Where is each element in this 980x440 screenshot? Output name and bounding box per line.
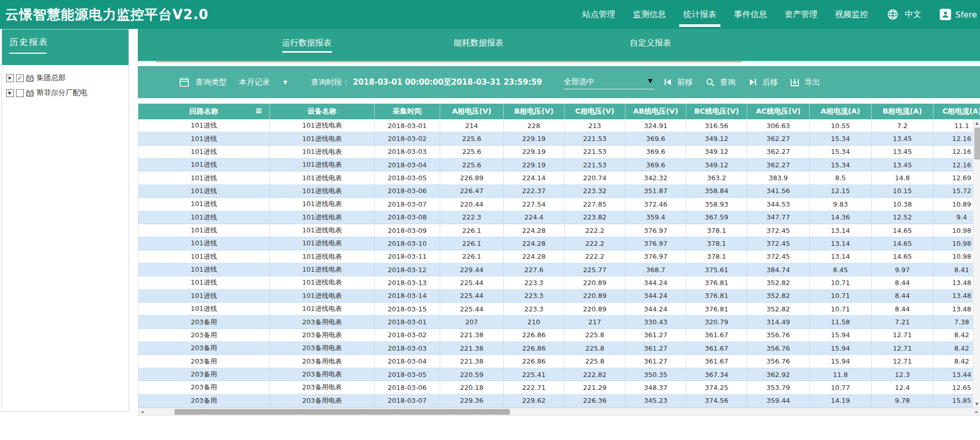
move-prev-button[interactable]: 前移 — [664, 77, 693, 87]
column-menu-icon[interactable]: ≡ — [255, 106, 262, 116]
table-row[interactable]: 101进线 101进线电表 2018-03-02 225.6 229.19 22… — [138, 132, 980, 145]
scroll-up-icon[interactable]: ▲ — [973, 119, 980, 127]
nav-item-statistics-report[interactable]: 统计报表 — [683, 0, 716, 29]
cell-phase-a-voltage: 226.89 — [440, 171, 504, 184]
cell-collect-time: 2018-03-01 — [375, 316, 440, 328]
cell-phase-b-current: 7.2 — [872, 119, 934, 132]
cell-phase-b-voltage: 222.37 — [504, 185, 565, 197]
vertical-scrollbar-thumb[interactable] — [974, 128, 980, 160]
cell-device-name: 203备用电表 — [270, 355, 375, 367]
table-row[interactable]: 101进线 101进线电表 2018-03-15 225.44 223.3 22… — [138, 303, 980, 316]
horizontal-scrollbar-thumb[interactable] — [174, 409, 510, 415]
cell-phase-a-current: 12.15 — [810, 185, 872, 197]
cell-phase-a-voltage: 221.38 — [440, 355, 504, 367]
table-row[interactable]: 203备用 203备用电表 2018-03-06 220.18 222.71 2… — [138, 381, 980, 394]
cell-circuit-name: 101进线 — [138, 276, 270, 289]
cell-circuit-name: 101进线 — [138, 263, 270, 276]
table-row[interactable]: 203备用 203备用电表 2018-03-03 221.38 226.86 2… — [138, 342, 980, 355]
cell-phase-b-voltage: 224.28 — [504, 250, 565, 263]
table-row[interactable]: 101进线 101进线电表 2018-03-14 225.44 223.3 22… — [138, 290, 980, 303]
cell-phase-b-current: 12.71 — [872, 355, 934, 367]
cell-phase-c-voltage: 220.89 — [565, 276, 625, 289]
cell-device-name: 203备用电表 — [270, 368, 375, 381]
move-next-button[interactable]: 后移 — [749, 77, 778, 87]
nav-item-monitoring-info[interactable]: 监测信息 — [633, 0, 666, 29]
nav-item-video-surveillance[interactable]: 视频监控 — [835, 0, 868, 29]
table-row[interactable]: 203备用 203备用电表 2018-03-05 220.59 225.41 2… — [138, 368, 980, 381]
scroll-right-icon[interactable]: ► — [973, 408, 980, 415]
expand-icon[interactable] — [6, 74, 14, 82]
nav-item-event-info[interactable]: 事件信息 — [734, 0, 767, 29]
cell-collect-time: 2018-03-01 — [375, 119, 440, 132]
cell-line-bc-voltage: 361.67 — [686, 355, 747, 367]
cell-phase-a-current: 15.94 — [810, 329, 872, 341]
table-row[interactable]: 101进线 101进线电表 2018-03-03 225.6 229.19 22… — [138, 146, 980, 159]
export-button[interactable]: 导出 — [790, 77, 820, 87]
tree-node-label[interactable]: 集团总部 — [37, 73, 66, 83]
query-type-select[interactable]: 本月记录 — [239, 77, 270, 87]
vertical-scrollbar[interactable]: ▲ ▼ — [973, 119, 980, 407]
cell-line-bc-voltage: 349.12 — [686, 159, 747, 171]
tab-custom-report[interactable]: 自定义报表 — [565, 29, 736, 61]
table-row[interactable]: 203备用 203备用电表 2018-03-04 221.38 226.86 2… — [138, 355, 980, 368]
cell-phase-a-current: 10.55 — [810, 119, 872, 132]
cell-phase-c-voltage: 222.82 — [565, 368, 625, 381]
cell-line-ac-voltage: 372.45 — [747, 237, 810, 249]
cell-circuit-name: 203备用 — [138, 329, 270, 341]
tree-node-sfere-plant[interactable]: 斯菲尔分厂配电 — [6, 87, 124, 99]
cell-phase-a-current: 13.14 — [810, 250, 872, 263]
table-row[interactable]: 101进线 101进线电表 2018-03-06 226.47 222.37 2… — [138, 185, 980, 198]
table-row[interactable]: 203备用 203备用电表 2018-03-07 229.36 229.62 2… — [138, 395, 980, 407]
table-row[interactable]: 101进线 101进线电表 2018-03-10 226.1 224.28 22… — [138, 237, 980, 250]
cell-phase-b-current: 12.52 — [872, 211, 934, 224]
query-button[interactable]: 查询 — [706, 77, 735, 87]
language-switcher[interactable]: 中文 — [905, 9, 921, 20]
tree-node-group-hq[interactable]: 集团总部 — [6, 72, 124, 84]
table-row[interactable]: 101进线 101进线电表 2018-03-01 214 228 213 324… — [138, 119, 980, 132]
checkbox-checked-icon[interactable] — [16, 74, 24, 82]
calendar-icon[interactable] — [179, 77, 189, 87]
tab-energy-data-report[interactable]: 能耗数据报表 — [393, 29, 565, 61]
cell-phase-a-voltage: 220.44 — [440, 198, 504, 210]
table-row[interactable]: 101进线 101进线电表 2018-03-13 225.44 223.3 22… — [138, 276, 980, 289]
table-row[interactable]: 101进线 101进线电表 2018-03-08 222.3 224.4 223… — [138, 211, 980, 224]
cell-collect-time: 2018-03-15 — [375, 303, 440, 315]
table-row[interactable]: 101进线 101进线电表 2018-03-07 220.44 227.54 2… — [138, 198, 980, 211]
chevron-down-icon[interactable]: ▼ — [648, 77, 652, 84]
tree-node-label[interactable]: 斯菲尔分厂配电 — [37, 88, 87, 98]
cell-line-ac-voltage: 359.44 — [747, 395, 810, 407]
cell-phase-a-voltage: 225.6 — [440, 146, 504, 158]
table-row[interactable]: 101进线 101进线电表 2018-03-04 225.6 229.19 22… — [138, 159, 980, 171]
expand-icon[interactable] — [6, 89, 14, 97]
tab-operation-data-report[interactable]: 运行数据报表 — [221, 29, 393, 61]
cell-circuit-name: 101进线 — [138, 250, 270, 263]
cell-phase-b-current: 9.97 — [872, 263, 934, 276]
select-all-dropdown[interactable]: 全部选中 ▼ — [564, 75, 654, 89]
cell-phase-a-voltage: 207 — [440, 316, 504, 328]
nav-item-asset-management[interactable]: 资产管理 — [784, 0, 817, 29]
username-label[interactable]: Sfere — [955, 10, 977, 20]
horizontal-scrollbar[interactable]: ◄ ► — [138, 407, 980, 415]
globe-icon[interactable] — [887, 9, 898, 20]
nav-item-site-management[interactable]: 站点管理 — [582, 0, 615, 29]
checkbox-unchecked-icon[interactable] — [16, 89, 24, 97]
chevron-down-icon[interactable]: ▼ — [283, 80, 287, 85]
col-header-phase-c-voltage: C相电压(V) — [565, 104, 625, 119]
cell-circuit-name: 101进线 — [138, 198, 270, 210]
table-row[interactable]: 101进线 101进线电表 2018-03-12 229.44 227.6 22… — [138, 263, 980, 276]
scroll-left-icon[interactable]: ◄ — [138, 408, 146, 415]
cell-device-name: 101进线电表 — [270, 263, 375, 276]
cell-phase-c-voltage: 226.36 — [565, 395, 625, 407]
table-row[interactable]: 203备用 203备用电表 2018-03-01 207 210 217 330… — [138, 316, 980, 328]
cell-phase-b-voltage: 229.19 — [504, 146, 565, 158]
user-icon[interactable] — [940, 9, 951, 20]
cell-device-name: 101进线电表 — [270, 276, 375, 289]
table-row[interactable]: 203备用 203备用电表 2018-03-02 221.38 226.86 2… — [138, 329, 980, 342]
table-row[interactable]: 101进线 101进线电表 2018-03-09 226.1 224.28 22… — [138, 224, 980, 237]
table-row[interactable]: 101进线 101进线电表 2018-03-11 226.1 224.28 22… — [138, 250, 980, 263]
cell-phase-b-current: 13.45 — [872, 146, 934, 158]
scroll-down-icon[interactable]: ▼ — [973, 400, 980, 407]
table-row[interactable]: 101进线 101进线电表 2018-03-05 226.89 224.14 2… — [138, 171, 980, 184]
app-title: 云憬智慧能源电力监控平台V2.0 — [5, 6, 208, 24]
cell-phase-b-voltage: 227.54 — [504, 198, 565, 210]
